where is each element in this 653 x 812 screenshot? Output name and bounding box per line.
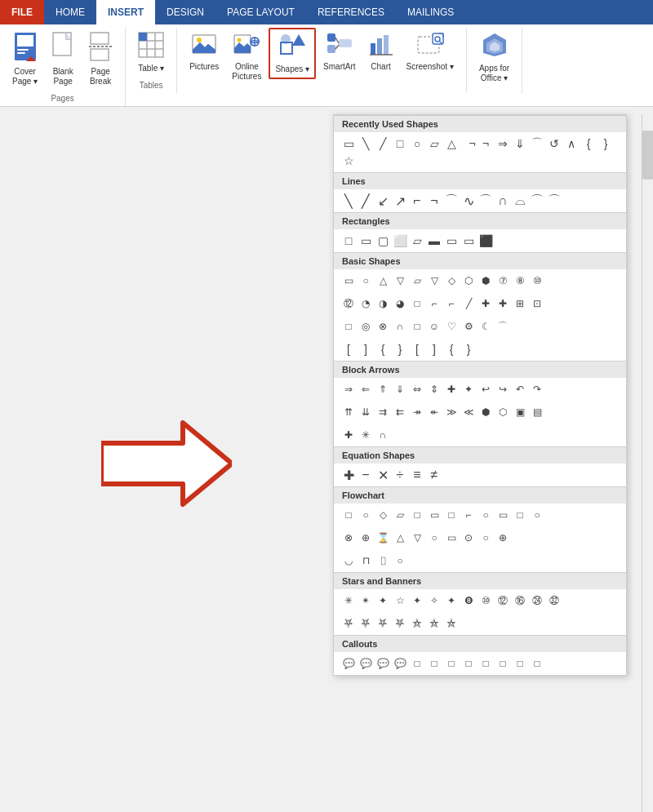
shape-item[interactable]: △ (392, 530, 408, 546)
shape-item[interactable]: ⬡ (460, 273, 477, 289)
shape-item[interactable]: ▭ (340, 273, 357, 289)
shape-item[interactable]: ↠ (409, 404, 425, 420)
shape-item[interactable]: 💬 (375, 655, 391, 672)
shape-item[interactable]: ↷ (529, 381, 545, 397)
screenshot-button[interactable]: Screenshot ▾ (401, 28, 460, 76)
shape-item[interactable]: ⌒ (529, 193, 545, 209)
shape-item[interactable]: ▬ (426, 233, 442, 249)
shape-item[interactable]: ⌷ (375, 552, 391, 569)
shape-item[interactable]: ✚ (495, 295, 511, 312)
shape-item[interactable]: ✦ (375, 592, 391, 609)
shape-item[interactable]: ∩ (495, 193, 511, 209)
shape-item[interactable]: ✚ (340, 427, 357, 443)
scrollbar-thumb[interactable] (642, 131, 653, 180)
shape-item[interactable]: ⇊ (358, 404, 374, 420)
shape-item[interactable]: ⚙ (460, 318, 477, 335)
shape-item[interactable]: ↶ (512, 381, 528, 397)
shape-item[interactable]: ⛤ (443, 615, 460, 632)
shape-item[interactable]: □ (409, 507, 425, 523)
shape-item[interactable]: ⑧ (512, 273, 528, 289)
shape-item[interactable]: } (392, 341, 408, 357)
shape-item[interactable]: 💬 (358, 655, 374, 672)
shape-item[interactable]: ✦ (443, 592, 460, 609)
shape-item[interactable]: □ (478, 655, 494, 672)
shape-item[interactable]: ☾ (478, 318, 494, 335)
shape-item[interactable]: ⊕ (358, 530, 374, 546)
shape-item[interactable]: □ (340, 507, 357, 523)
shape-item[interactable]: ⇈ (340, 404, 357, 420)
shape-item[interactable]: ] (358, 341, 374, 357)
shape-item[interactable]: ◇ (443, 273, 460, 289)
cover-page-button[interactable]: CoverPage ▾ (7, 28, 43, 91)
shape-item[interactable]: ○ (478, 530, 494, 546)
shape-item[interactable]: ¬ (478, 135, 494, 152)
shape-item[interactable]: ⇇ (392, 404, 408, 420)
shape-item[interactable]: ⊙ (460, 530, 477, 546)
shape-item[interactable]: ⬡ (495, 404, 511, 420)
shape-item[interactable]: □ (409, 655, 425, 672)
shape-item[interactable]: ¬ (426, 193, 442, 209)
shape-item[interactable]: ✧ (426, 592, 442, 609)
shape-item[interactable]: ○ (358, 507, 374, 523)
shape-item[interactable]: ⇐ (358, 381, 374, 397)
shape-item[interactable]: ▭ (358, 233, 374, 249)
shape-item[interactable]: ⑫ (340, 295, 357, 312)
shape-item[interactable]: ○ (529, 507, 545, 523)
shape-item[interactable]: ⛧ (358, 615, 374, 632)
tab-design[interactable]: DESIGN (155, 0, 215, 24)
shape-item[interactable]: □ (460, 655, 477, 672)
shape-item[interactable]: ☆ (340, 153, 357, 169)
shape-item[interactable]: ⬢ (478, 404, 494, 420)
shape-item[interactable]: ▤ (529, 404, 545, 420)
shape-item[interactable]: ▣ (512, 404, 528, 420)
shape-item[interactable]: ⌐ (426, 295, 442, 312)
shape-item[interactable]: ☆ (392, 592, 408, 609)
blank-page-button[interactable]: BlankPage (45, 28, 81, 91)
shape-item[interactable]: □ (529, 655, 545, 672)
shape-item[interactable]: ⛧ (392, 615, 408, 632)
tab-file[interactable]: FILE (0, 0, 44, 24)
tab-insert[interactable]: INSERT (96, 0, 155, 24)
shape-item[interactable]: □ (443, 507, 460, 523)
shape-item[interactable]: □ (409, 318, 425, 335)
shape-item[interactable]: ✦ (409, 592, 425, 609)
shape-item[interactable]: ✚ (340, 467, 357, 483)
shape-item[interactable]: ÷ (392, 467, 408, 483)
shape-item[interactable]: ✳ (340, 592, 357, 609)
shape-item[interactable]: ⊗ (375, 318, 391, 335)
shape-item[interactable]: ⌛ (375, 530, 391, 546)
shape-item[interactable]: ⇑ (375, 381, 391, 397)
shape-item[interactable]: □ (512, 655, 528, 672)
shape-item[interactable]: ✦ (460, 381, 477, 397)
shape-item[interactable]: △ (375, 273, 391, 289)
shape-item[interactable]: ∩ (375, 427, 391, 443)
shape-item[interactable]: ◡ (340, 552, 357, 569)
shape-item[interactable]: ⇒ (340, 381, 357, 397)
shape-item[interactable]: ⬛ (478, 233, 494, 249)
shape-item[interactable]: ↩ (478, 381, 494, 397)
shape-item[interactable]: ▭ (426, 507, 442, 523)
shape-item[interactable]: ⌒ (495, 318, 511, 335)
shape-item[interactable]: ⌓ (512, 193, 528, 209)
chart-button[interactable]: Chart (363, 28, 399, 76)
shape-item[interactable]: ❽ (460, 592, 477, 609)
shape-item[interactable]: ⌒ (478, 193, 494, 209)
shape-item[interactable]: ≪ (460, 404, 477, 420)
shape-item[interactable]: ✳ (358, 427, 374, 443)
shape-item[interactable]: [ (409, 341, 425, 357)
shape-item[interactable]: ╲ (358, 135, 374, 152)
shape-item[interactable]: □ (340, 233, 357, 249)
shape-item[interactable]: □ (495, 655, 511, 672)
shape-item[interactable]: ⛧ (375, 615, 391, 632)
shape-item[interactable]: ⑩ (478, 592, 494, 609)
shape-item[interactable]: □ (512, 507, 528, 523)
shape-item[interactable]: □ (340, 318, 357, 335)
shape-item[interactable]: ◎ (358, 318, 374, 335)
tab-home[interactable]: HOME (44, 0, 96, 24)
shape-item[interactable]: ▭ (443, 233, 460, 249)
shape-item[interactable]: ⊡ (529, 295, 545, 312)
shape-item[interactable]: ] (426, 341, 442, 357)
shape-item[interactable]: ⌒ (443, 193, 460, 209)
shape-item[interactable]: ▱ (426, 135, 442, 152)
shape-item[interactable]: ⊗ (340, 530, 357, 546)
